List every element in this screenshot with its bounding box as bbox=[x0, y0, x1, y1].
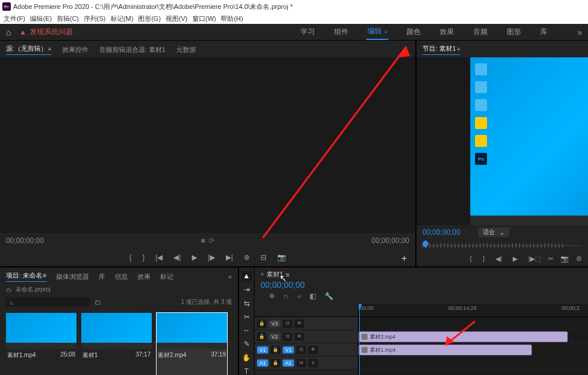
clip-v1[interactable]: 素材1.mp4 bbox=[359, 345, 532, 355]
toggle-output-icon[interactable]: ⊟ bbox=[283, 319, 292, 328]
track-a1-lane[interactable] bbox=[359, 356, 588, 370]
program-ruler[interactable] bbox=[416, 239, 588, 251]
menu-view[interactable]: 视图(V) bbox=[164, 14, 189, 23]
prog-play-icon[interactable]: ▶ bbox=[513, 255, 517, 263]
prog-mark-out-icon[interactable]: } bbox=[483, 255, 485, 263]
program-tc[interactable]: 00;00;00;00 bbox=[422, 228, 460, 236]
tool-hand-icon[interactable]: ✋ bbox=[241, 353, 252, 363]
playhead-line[interactable] bbox=[359, 304, 360, 375]
track-source-v1[interactable]: V1 bbox=[257, 346, 268, 354]
menu-graphics[interactable]: 图形(G) bbox=[137, 14, 162, 23]
menu-sequence[interactable]: 序列(S) bbox=[82, 14, 107, 23]
menu-window[interactable]: 窗口(W) bbox=[191, 14, 218, 23]
tab-info[interactable]: 信息 bbox=[115, 272, 128, 281]
tab-metadata[interactable]: 元数据 bbox=[176, 45, 196, 54]
clip-v2[interactable]: 素材2.mp4 bbox=[359, 331, 568, 342]
lock-icon[interactable]: 🔒 bbox=[271, 346, 280, 354]
insert-icon[interactable]: ⊕ bbox=[244, 253, 250, 262]
menu-file[interactable]: 文件(F) bbox=[2, 14, 26, 23]
wrench-icon[interactable]: 🔧 bbox=[324, 292, 333, 300]
tab-effects2[interactable]: 效果 bbox=[137, 272, 151, 281]
track-header-v2[interactable]: 🔒 V2 ⊟ 👁 bbox=[255, 330, 358, 343]
ws-color[interactable]: 颜色 bbox=[405, 24, 422, 39]
track-label-v1[interactable]: V1 bbox=[283, 346, 294, 354]
solo-icon[interactable]: S bbox=[308, 359, 318, 367]
ws-library[interactable]: 库 bbox=[539, 24, 549, 39]
track-content-area[interactable]: ;00;00 00;00;14;29 00;00;2 素材2.mp4 bbox=[359, 304, 588, 375]
toggle-output-icon[interactable]: ⊟ bbox=[283, 333, 292, 341]
magnet-icon[interactable]: ∩ bbox=[283, 292, 289, 300]
tool-slip-icon[interactable]: ↔ bbox=[241, 325, 252, 336]
timeline-ruler[interactable]: ;00;00 00;00;14;29 00;00;2 bbox=[359, 304, 588, 317]
source-tc-out[interactable]: 00;00;00;00 bbox=[372, 236, 409, 245]
eye-icon[interactable]: 👁 bbox=[295, 319, 304, 328]
toggle-output-icon[interactable]: ⊟ bbox=[296, 346, 306, 354]
new-bin-icon[interactable]: 🗀 bbox=[94, 299, 101, 306]
eye-icon[interactable]: 👁 bbox=[308, 346, 318, 354]
lock-icon[interactable]: 🔒 bbox=[257, 319, 267, 328]
settings-icon[interactable]: ⚙ bbox=[576, 255, 582, 263]
play-icon[interactable]: ▶ bbox=[192, 253, 197, 262]
tool-track-select-icon[interactable]: ⇥ bbox=[241, 285, 252, 295]
track-v2-lane[interactable]: 素材2.mp4 bbox=[359, 330, 588, 343]
track-label-v3[interactable]: V3 bbox=[269, 320, 280, 327]
bin-item-2[interactable]: 素材2.mp437;19 bbox=[157, 313, 227, 375]
tool-pen-icon[interactable]: ✎ bbox=[241, 339, 252, 349]
tool-type-icon[interactable]: T bbox=[241, 366, 252, 375]
ws-audio[interactable]: 音频 bbox=[472, 24, 489, 39]
export-frame2-icon[interactable]: 📷 bbox=[561, 255, 569, 263]
lift-icon[interactable]: ⬚ bbox=[535, 255, 541, 263]
mark-out-icon[interactable]: } bbox=[142, 253, 145, 262]
step-fwd-icon[interactable]: |▶ bbox=[208, 253, 215, 262]
export-frame-icon[interactable]: 📷 bbox=[277, 253, 286, 262]
mark-in-icon[interactable]: { bbox=[129, 253, 131, 262]
tab-audio-clip-mixer[interactable]: 音频剪辑混合器: 素材1 bbox=[99, 45, 166, 54]
ws-graphics[interactable]: 图形 bbox=[506, 24, 522, 39]
menu-clip[interactable]: 剪辑(C) bbox=[56, 14, 80, 23]
close-seq-icon[interactable]: × bbox=[261, 271, 264, 278]
add-button-icon[interactable]: + bbox=[402, 253, 407, 264]
track-header-v3[interactable]: 🔒 V3 ⊟ 👁 bbox=[255, 317, 358, 330]
track-source-a1[interactable]: A1 bbox=[257, 359, 268, 367]
ws-assembly[interactable]: 组件 bbox=[333, 24, 350, 39]
fit-dropdown[interactable]: 适合 bbox=[478, 228, 509, 237]
stop-icon[interactable]: ■ bbox=[201, 236, 205, 245]
link-icon[interactable]: ⟐ bbox=[297, 292, 301, 300]
workspace-overflow-icon[interactable]: » bbox=[577, 27, 582, 37]
project-search-input[interactable] bbox=[6, 297, 90, 307]
home-icon[interactable]: ⌂ bbox=[6, 27, 11, 37]
tab-program[interactable]: 节目: 素材1≡ bbox=[422, 44, 460, 55]
track-header-v1[interactable]: V1 🔒 V1 ⊟ 👁 bbox=[255, 343, 358, 356]
tab-effect-controls[interactable]: 效果控件 bbox=[62, 45, 88, 54]
prog-step-fwd-icon[interactable]: |▶ bbox=[528, 255, 535, 263]
menu-mark[interactable]: 标记(M) bbox=[109, 14, 135, 23]
eye-icon[interactable]: 👁 bbox=[295, 333, 304, 341]
ws-effects[interactable]: 效果 bbox=[439, 24, 455, 39]
menu-help[interactable]: 帮助(H) bbox=[219, 14, 244, 23]
lock-icon[interactable]: 🔒 bbox=[257, 333, 267, 341]
tab-media-browser[interactable]: 媒体浏览器 bbox=[56, 272, 89, 281]
lock-icon[interactable]: 🔒 bbox=[271, 359, 280, 367]
tool-ripple-icon[interactable]: ⇆ bbox=[241, 299, 252, 309]
system-warning[interactable]: ▲ 发现系统问题 bbox=[19, 27, 73, 37]
prog-step-back-icon[interactable]: ◀| bbox=[495, 255, 502, 263]
bin-item-1[interactable]: 素材137;17 bbox=[81, 313, 152, 375]
marker-icon[interactable]: ◧ bbox=[310, 292, 316, 300]
go-in-icon[interactable]: |◀ bbox=[155, 253, 163, 262]
track-label-v2[interactable]: V2 bbox=[269, 333, 280, 340]
tab-markers[interactable]: 标记 bbox=[160, 272, 173, 281]
ws-learn[interactable]: 学习 bbox=[299, 24, 316, 39]
overwrite-icon[interactable]: ⊟ bbox=[261, 253, 267, 262]
tab-project[interactable]: 项目: 未命名≡ bbox=[6, 271, 47, 282]
bin-item-0[interactable]: 素材1.mp425;08 bbox=[6, 313, 76, 375]
sequence-tab[interactable]: × 素材1 ≡ bbox=[261, 270, 582, 279]
extract-icon[interactable]: ✂ bbox=[548, 255, 553, 263]
track-label-a1[interactable]: A1 bbox=[283, 359, 294, 367]
mute-icon[interactable]: M bbox=[296, 359, 306, 367]
tool-selection-icon[interactable]: ▲ bbox=[241, 271, 252, 281]
track-v3-lane[interactable] bbox=[359, 317, 588, 330]
prog-mark-in-icon[interactable]: { bbox=[470, 255, 472, 263]
project-tabs-overflow-icon[interactable]: » bbox=[228, 273, 232, 280]
loop-icon[interactable]: ⟳ bbox=[209, 236, 215, 245]
timeline-tc[interactable]: 00;00;00;00 bbox=[261, 279, 582, 291]
